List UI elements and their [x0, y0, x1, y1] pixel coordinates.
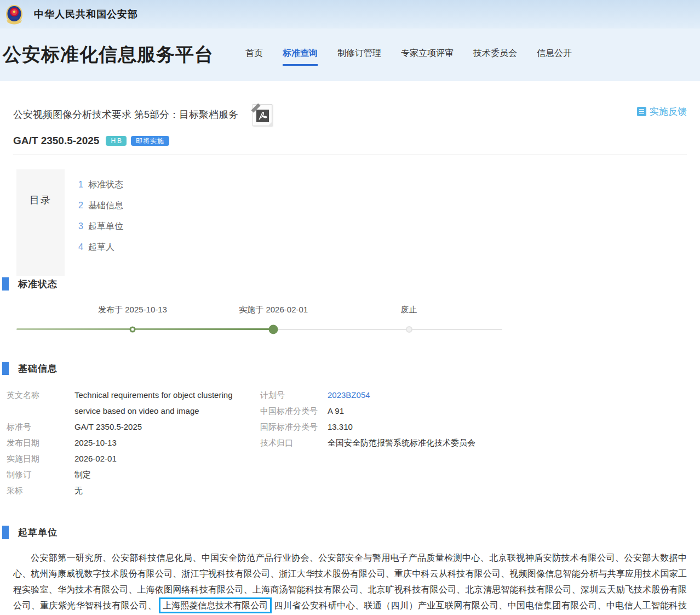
toc-item-number: 3 — [78, 221, 88, 231]
site-title: 公安标准化信息服务平台 — [3, 42, 214, 67]
basic-info-left-column: 英文名称 Technical requirements for object c… — [7, 387, 260, 498]
divider — [13, 155, 687, 155]
info-value: A 91 — [328, 403, 344, 419]
toc-item-basic-info[interactable]: 2 基础信息 — [78, 200, 123, 221]
info-value: 2026-02-01 — [74, 451, 251, 466]
toc-item-drafting-units[interactable]: 3 起草单位 — [78, 221, 123, 242]
section-title: 起草单位 — [18, 526, 58, 539]
toc-item-standard-status[interactable]: 1 标准状态 — [78, 179, 123, 200]
section-accent-bar — [2, 526, 9, 539]
ministry-top-bar: 中华人民共和国公安部 — [0, 0, 700, 29]
plan-number-link[interactable]: 2023BZ054 — [328, 387, 370, 403]
info-label: 计划号 — [260, 387, 328, 403]
info-value: GA/T 2350.5-2025 — [74, 419, 251, 435]
table-of-contents: 目录 1 标准状态 2 基础信息 3 起草单位 4 起草人 — [16, 169, 700, 276]
page-content: 公安视频图像分析技术要求 第5部分：目标聚档服务 实施反馈 GA/T 2350.… — [0, 81, 700, 615]
nav-info-disclosure[interactable]: 信息公开 — [537, 48, 572, 66]
toc-item-label: 起草人 — [88, 242, 114, 253]
info-value: 全国安全防范报警系统标准化技术委员会 — [328, 435, 475, 451]
info-label: 技术归口 — [260, 435, 328, 451]
section-accent-bar — [2, 277, 9, 291]
section-title: 标准状态 — [18, 278, 58, 291]
toc-item-drafters[interactable]: 4 起草人 — [78, 242, 123, 263]
section-header: 起草单位 — [0, 526, 700, 539]
info-label: 标准号 — [7, 419, 74, 435]
doc-standard-row: GA/T 2350.5-2025 HB 即将实施 — [13, 135, 687, 147]
section-standard-status: 标准状态 发布于 2025-10-13 实施于 2026-02-01 废止 — [0, 277, 700, 340]
info-value: 制定 — [74, 466, 251, 482]
toc-item-number: 1 — [78, 180, 88, 190]
info-label: 中国标准分类号 — [260, 403, 328, 419]
section-basic-info: 基础信息 英文名称 Technical requirements for obj… — [0, 362, 700, 498]
standard-status-timeline: 发布于 2025-10-13 实施于 2026-02-01 废止 — [16, 305, 502, 340]
info-value: 13.310 — [328, 419, 353, 435]
standard-number: GA/T 2350.5-2025 — [13, 135, 99, 147]
section-header: 基础信息 — [0, 362, 700, 375]
nav-technical-committee[interactable]: 技术委员会 — [473, 48, 517, 66]
info-label: 发布日期 — [7, 435, 74, 451]
info-row-technical-committee: 技术归口 全国安全防范报警系统标准化技术委员会 — [260, 435, 687, 451]
toc-item-label: 标准状态 — [88, 179, 123, 191]
drafting-units-paragraph: 公安部第一研究所、公安部科技信息化局、中国安全防范产品行业协会、公安部安全与警用… — [13, 550, 687, 615]
info-row-adoption: 采标 无 — [7, 482, 260, 498]
timeline-stop-abolished — [406, 326, 412, 333]
timeline-stop-published — [129, 326, 135, 332]
info-value: 无 — [74, 482, 251, 498]
toc-title: 目录 — [16, 193, 65, 207]
nav-home[interactable]: 首页 — [245, 48, 263, 66]
timeline-label-abolished: 废止 — [401, 305, 417, 315]
info-label: 采标 — [7, 482, 74, 498]
police-badge-logo[interactable] — [4, 3, 24, 25]
doc-title: 公安视频图像分析技术要求 第5部分：目标聚档服务 — [13, 104, 238, 125]
timeline-line-done — [16, 328, 273, 330]
highlighted-company-annotation: 上海熙菱信息技术有限公司 — [159, 597, 272, 613]
nav-standard-search[interactable]: 标准查询 — [283, 48, 318, 66]
basic-info-right-column: 计划号 2023BZ054 中国标准分类号 A 91 国际标准分类号 13.31… — [260, 387, 687, 498]
info-label: 国际标准分类号 — [260, 419, 328, 435]
feedback-list-icon — [637, 107, 646, 116]
hb-badge: HB — [106, 136, 127, 146]
info-row-implement-date: 实施日期 2026-02-01 — [7, 451, 260, 466]
info-label: 英文名称 — [7, 387, 74, 419]
site-header: 公安标准化信息服务平台 首页 标准查询 制修订管理 专家立项评审 技术委员会 信… — [0, 29, 700, 81]
pdf-fold-corner — [268, 122, 272, 126]
status-badge: 即将实施 — [131, 136, 169, 146]
pdf-acrobat-mark-icon — [256, 110, 269, 122]
section-accent-bar — [2, 362, 9, 375]
implementation-feedback-button[interactable]: 实施反馈 — [637, 105, 687, 118]
info-row-english-name: 英文名称 Technical requirements for object c… — [7, 387, 260, 419]
info-value: 2025-10-13 — [74, 435, 251, 451]
info-value: Technical requirements for object cluste… — [74, 387, 251, 419]
toc-item-number: 2 — [78, 201, 88, 210]
info-row-ccs-code: 中国标准分类号 A 91 — [260, 403, 687, 419]
info-row-ics-code: 国际标准分类号 13.310 — [260, 419, 687, 435]
toc-item-label: 起草单位 — [88, 221, 123, 232]
section-header: 标准状态 — [0, 277, 700, 291]
timeline-label-implemented: 实施于 2026-02-01 — [239, 305, 308, 315]
nav-revision-management[interactable]: 制修订管理 — [337, 48, 381, 66]
section-title: 基础信息 — [18, 362, 58, 375]
basic-info-grid: 英文名称 Technical requirements for object c… — [7, 387, 687, 498]
timeline-stop-implemented — [269, 324, 278, 334]
toc-item-number: 4 — [78, 242, 88, 252]
timeline-line-future — [273, 329, 502, 330]
nav-expert-review[interactable]: 专家立项评审 — [401, 48, 454, 66]
timeline-label-published: 发布于 2025-10-13 — [98, 305, 167, 315]
feedback-label: 实施反馈 — [650, 105, 687, 118]
info-label: 实施日期 — [7, 451, 74, 466]
main-nav: 首页 标准查询 制修订管理 专家立项评审 技术委员会 信息公开 — [245, 48, 572, 66]
toc-box: 目录 — [16, 169, 65, 276]
section-drafting-units: 起草单位 公安部第一研究所、公安部科技信息化局、中国安全防范产品行业协会、公安部… — [0, 526, 700, 615]
info-row-revision-type: 制修订 制定 — [7, 466, 260, 482]
toc-item-label: 基础信息 — [88, 200, 123, 212]
info-row-plan-number: 计划号 2023BZ054 — [260, 387, 687, 403]
pdf-file-icon[interactable] — [253, 104, 272, 126]
toc-list: 1 标准状态 2 基础信息 3 起草单位 4 起草人 — [78, 169, 123, 276]
ministry-name: 中华人民共和国公安部 — [34, 8, 138, 21]
info-label: 制修订 — [7, 466, 74, 482]
info-row-publish-date: 发布日期 2025-10-13 — [7, 435, 260, 451]
info-row-standard-number: 标准号 GA/T 2350.5-2025 — [7, 419, 260, 435]
doc-title-row: 公安视频图像分析技术要求 第5部分：目标聚档服务 实施反馈 — [13, 81, 687, 126]
